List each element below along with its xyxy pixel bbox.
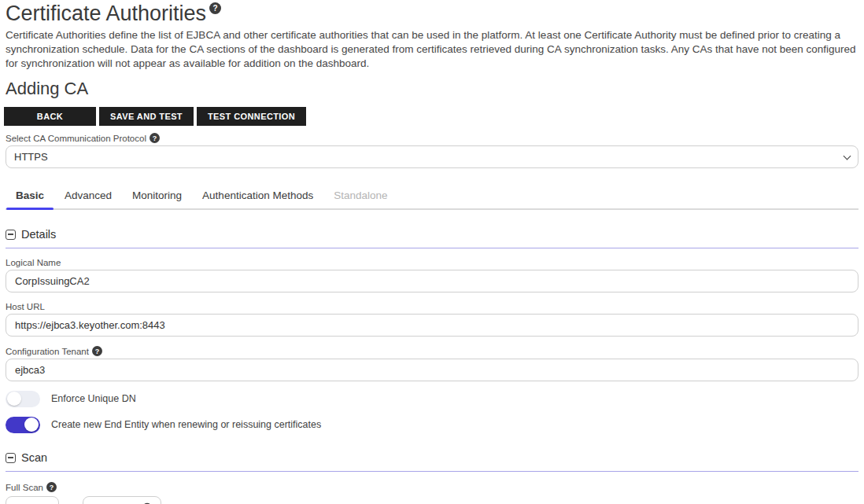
logical-name-label: Logical Name	[6, 258, 858, 267]
protocol-select[interactable]: HTTPS	[6, 145, 858, 168]
enforce-unique-dn-toggle[interactable]	[6, 391, 40, 407]
tab-standalone: Standalone	[323, 184, 397, 208]
test-connection-button[interactable]: TEST CONNECTION	[197, 107, 306, 126]
back-button[interactable]: BACK	[4, 107, 96, 126]
collapse-minus-icon[interactable]	[6, 453, 16, 463]
toggle-knob	[7, 392, 21, 406]
page-description: Certificate Authorities define the list …	[6, 28, 860, 71]
protocol-label-row: Select CA Communication Protocol ?	[6, 133, 858, 143]
toolbar: BACK SAVE AND TEST TEST CONNECTION	[4, 107, 858, 126]
adding-ca-page: Certificate Authorities ? Certificate Au…	[0, 0, 864, 504]
details-section-title: Details	[21, 228, 56, 241]
host-url-input[interactable]	[6, 314, 858, 337]
full-scan-frequency-select[interactable]: Daily	[6, 496, 59, 504]
configuration-tenant-label-row: Configuration Tenant ?	[6, 346, 858, 356]
configuration-tenant-field: Configuration Tenant ?	[6, 346, 858, 381]
tab-monitoring[interactable]: Monitoring	[122, 184, 192, 208]
full-scan-time-input[interactable]: 05:00 AM	[83, 496, 161, 504]
full-scan-label: Full Scan	[6, 483, 43, 492]
tab-basic[interactable]: Basic	[6, 184, 54, 208]
scan-section-header: Scan	[6, 451, 858, 472]
enforce-unique-dn-label: Enforce Unique DN	[51, 393, 136, 404]
tab-bar: Basic Advanced Monitoring Authentication…	[6, 184, 858, 210]
tab-authentication-methods[interactable]: Authentication Methods	[192, 184, 323, 208]
configuration-tenant-label: Configuration Tenant	[6, 347, 89, 356]
collapse-minus-icon[interactable]	[6, 230, 16, 240]
logical-name-field: Logical Name	[6, 258, 858, 292]
create-end-entity-label: Create new End Entity when renewing or r…	[51, 419, 321, 430]
protocol-label: Select CA Communication Protocol	[6, 134, 146, 143]
full-scan-controls: Daily at 05:00 AM	[6, 496, 858, 504]
chevron-down-icon	[844, 152, 851, 160]
details-section-header: Details	[6, 228, 858, 248]
logical-name-input[interactable]	[6, 270, 858, 292]
enforce-unique-dn-row: Enforce Unique DN	[6, 390, 858, 407]
create-end-entity-row: Create new End Entity when renewing or r…	[6, 416, 858, 433]
page-title: Certificate Authorities	[6, 2, 206, 25]
host-url-field: Host URL	[6, 302, 858, 337]
create-end-entity-toggle[interactable]	[6, 417, 40, 433]
host-url-label: Host URL	[6, 302, 858, 311]
save-and-test-button[interactable]: SAVE AND TEST	[99, 107, 194, 126]
page-header: Certificate Authorities ?	[6, 2, 858, 25]
full-scan-label-row: Full Scan ?	[6, 482, 858, 492]
configuration-tenant-input[interactable]	[6, 359, 858, 381]
toggle-knob	[24, 418, 39, 432]
full-scan-help-icon[interactable]: ?	[46, 482, 57, 492]
scan-section-title: Scan	[21, 451, 47, 464]
protocol-help-icon[interactable]: ?	[150, 133, 160, 143]
configuration-tenant-help-icon[interactable]: ?	[92, 346, 102, 356]
page-title-help-icon[interactable]: ?	[209, 2, 221, 14]
protocol-selected-value: HTTPS	[14, 151, 48, 163]
tab-advanced[interactable]: Advanced	[54, 184, 122, 208]
adding-ca-title: Adding CA	[6, 79, 858, 99]
